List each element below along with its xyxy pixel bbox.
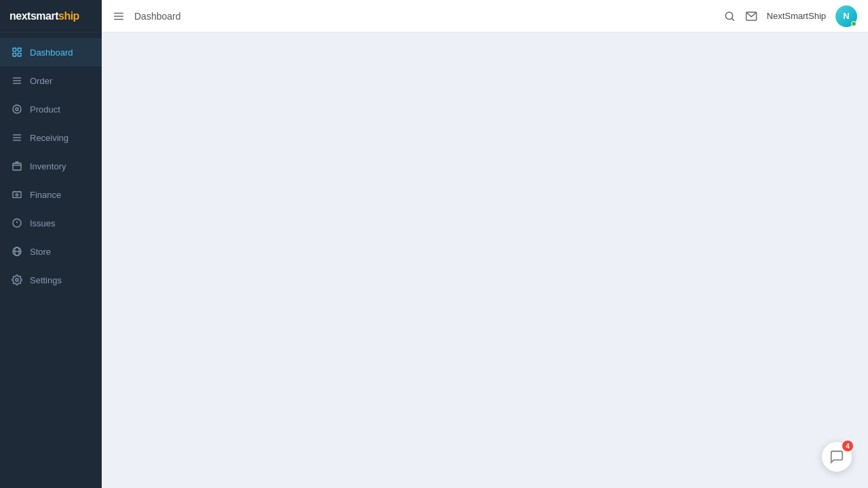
logo-ship: ship [58, 10, 79, 22]
svg-point-27 [726, 12, 733, 20]
finance-icon [11, 188, 23, 201]
issues-icon [11, 217, 23, 229]
svg-point-23 [16, 279, 18, 281]
username-label: NextSmartShip [767, 11, 826, 21]
logo-next: next [9, 10, 31, 22]
chat-bubble-button[interactable]: 4 [822, 442, 852, 472]
sidebar-item-product[interactable]: Product [0, 95, 102, 123]
avatar-initials: N [843, 11, 849, 21]
mail-button[interactable] [745, 10, 757, 22]
sidebar-item-label-product: Product [30, 104, 60, 115]
sidebar-item-finance[interactable]: Finance [0, 180, 102, 209]
sidebar-item-label-finance: Finance [30, 190, 61, 200]
svg-rect-1 [18, 48, 21, 52]
sidebar-item-issues[interactable]: Issues [0, 209, 102, 237]
receiving-icon [11, 131, 23, 144]
sidebar-item-label-settings: Settings [30, 275, 62, 285]
sidebar-item-settings[interactable]: Settings [0, 266, 102, 294]
logo: nextsmartship [0, 0, 102, 33]
header: Dashboard NextSmartShip N [102, 0, 868, 33]
chat-badge: 4 [842, 441, 853, 451]
online-indicator [851, 21, 856, 26]
svg-point-14 [16, 194, 18, 196]
dashboard-icon [11, 46, 23, 58]
page-title: Dashboard [134, 11, 724, 22]
svg-rect-13 [13, 192, 21, 198]
sidebar-item-inventory[interactable]: Inventory [0, 152, 102, 180]
product-icon [11, 103, 23, 115]
sidebar-item-label-order: Order [30, 76, 52, 86]
sidebar-item-order[interactable]: Order [0, 66, 102, 95]
main-area: Dashboard NextSmartShip N [102, 0, 868, 488]
svg-point-7 [13, 105, 21, 113]
settings-icon [11, 274, 23, 286]
search-button[interactable] [724, 10, 736, 22]
sidebar: nextsmartship Dashboard [0, 0, 102, 488]
order-icon [11, 75, 23, 87]
avatar[interactable]: N [835, 5, 857, 27]
svg-line-28 [732, 18, 734, 20]
svg-rect-12 [13, 163, 21, 170]
inventory-icon [11, 160, 23, 172]
sidebar-item-label-dashboard: Dashboard [30, 47, 73, 58]
sidebar-item-receiving[interactable]: Receiving [0, 123, 102, 152]
main-content [102, 33, 868, 488]
store-icon [11, 245, 23, 258]
sidebar-item-label-store: Store [30, 247, 51, 257]
sidebar-item-label-inventory: Inventory [30, 161, 66, 171]
sidebar-item-dashboard[interactable]: Dashboard [0, 38, 102, 66]
sidebar-item-label-receiving: Receiving [30, 133, 68, 143]
svg-point-8 [16, 108, 18, 110]
sidebar-item-label-issues: Issues [30, 218, 56, 228]
menu-toggle-button[interactable] [113, 10, 125, 22]
header-actions: NextSmartShip N [724, 5, 857, 27]
logo-smart: smart [31, 10, 58, 22]
sidebar-item-store[interactable]: Store [0, 237, 102, 266]
svg-rect-0 [13, 48, 16, 52]
sidebar-nav: Dashboard Order Product [0, 33, 102, 294]
svg-rect-3 [18, 53, 21, 56]
svg-rect-2 [13, 53, 16, 56]
